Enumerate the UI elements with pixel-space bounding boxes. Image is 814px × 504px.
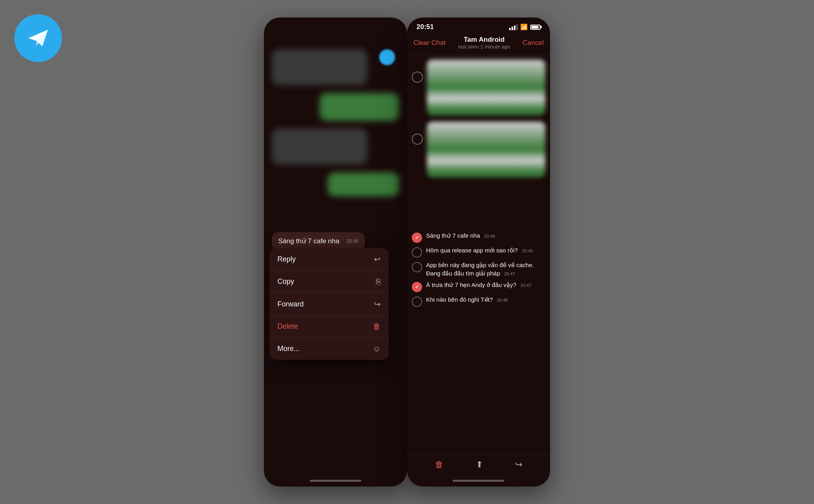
blurred-block-2 <box>427 122 545 177</box>
msg-select-2[interactable] <box>412 247 422 258</box>
cancel-button[interactable]: Cancel <box>523 39 544 47</box>
msg-select-1[interactable] <box>412 233 422 243</box>
msg-content-4: À trưa thứ 7 hẹn Andy ở đâu vậy? 20:47 <box>426 281 545 289</box>
selected-message-time: 20:46 <box>347 238 359 244</box>
home-indicator-left <box>310 480 361 482</box>
context-menu-copy[interactable]: Copy ⎘ <box>269 271 389 293</box>
message-row-5[interactable]: Khi nào bên đó nghi Tết? 20:48 <box>412 295 545 307</box>
contact-status: last seen 1 minute ago <box>458 44 510 50</box>
msg-select-3[interactable] <box>412 262 422 272</box>
context-menu-delete[interactable]: Delete 🗑 <box>269 316 389 338</box>
left-phone: Sáng thứ 7 cafe nha 20:46 Reply ↩ Copy ⎘… <box>264 17 407 487</box>
copy-label: Copy <box>277 277 294 286</box>
msg-text-2: Hôm qua release app mới sao rồi? 20:46 <box>426 247 533 254</box>
context-menu-more[interactable]: More... ☺ <box>269 338 389 360</box>
message-row-4[interactable]: À trưa thứ 7 hẹn Andy ở đâu vậy? 20:47 <box>412 281 545 292</box>
delete-icon: 🗑 <box>373 322 381 331</box>
delete-label: Delete <box>277 322 298 331</box>
msg-select-4[interactable] <box>412 282 422 292</box>
nav-center: Tam Android last seen 1 minute ago <box>458 36 510 50</box>
message-row-3[interactable]: App bên này đang gặp vấn đề về cache. Đa… <box>412 261 545 277</box>
message-row-2[interactable]: Hôm qua release app mới sao rồi? 20:46 <box>412 246 545 258</box>
battery-icon <box>530 25 541 30</box>
msg-content-1: Sáng thứ 7 cafe nha 20:46 <box>426 231 545 240</box>
context-menu-forward[interactable]: Forward ↪ <box>269 293 389 316</box>
more-icon: ☺ <box>373 344 381 353</box>
forward-icon: ↪ <box>374 299 381 309</box>
selected-message-bubble: Sáng thứ 7 cafe nha 20:46 <box>272 232 365 250</box>
right-phone: 20:51 📶 Clear Chat Tam Android last seen… <box>407 17 550 487</box>
reply-icon: ↩ <box>374 254 381 264</box>
msg-text-1: Sáng thứ 7 cafe nha 20:46 <box>426 232 495 239</box>
forward-button[interactable]: ↪ <box>515 459 522 470</box>
text-messages-list: Sáng thứ 7 cafe nha 20:46 Hôm qua releas… <box>407 230 550 312</box>
blurred-row-1 <box>412 60 545 115</box>
msg-text-4: À trưa thứ 7 hẹn Andy ở đâu vậy? 20:47 <box>426 281 531 288</box>
status-bar: 20:51 📶 <box>407 17 550 34</box>
status-time: 20:51 <box>417 23 434 31</box>
navigation-bar: Clear Chat Tam Android last seen 1 minut… <box>407 34 550 55</box>
msg-time-2: 20:46 <box>522 248 533 253</box>
forward-label: Forward <box>277 300 304 308</box>
msg-text-5: Khi nào bên đó nghi Tết? 20:48 <box>426 296 508 303</box>
msg-time-1: 20:46 <box>484 234 495 238</box>
message-row-1[interactable]: Sáng thứ 7 cafe nha 20:46 <box>412 231 545 243</box>
msg-text-3: App bên này đang gặp vấn đề về cache. Đa… <box>426 262 534 277</box>
delete-selected-button[interactable]: 🗑 <box>435 459 444 470</box>
msg-time-4: 20:47 <box>520 283 531 288</box>
home-indicator-right <box>453 480 504 482</box>
msg-time-3: 20:47 <box>504 271 515 276</box>
bottom-toolbar: 🗑 ⬆ ↪ <box>407 454 550 475</box>
share-button[interactable]: ⬆ <box>476 459 483 470</box>
signal-icon <box>509 24 518 30</box>
blurred-block-1 <box>427 60 545 115</box>
copy-icon: ⎘ <box>376 277 381 286</box>
telegram-logo <box>14 14 62 62</box>
blurred-messages-area <box>407 55 550 230</box>
reply-label: Reply <box>277 255 296 264</box>
wifi-icon: 📶 <box>520 23 528 31</box>
msg-content-2: Hôm qua release app mới sao rồi? 20:46 <box>426 246 545 254</box>
msg-select-5[interactable] <box>412 297 422 307</box>
msg-time-5: 20:48 <box>497 298 508 302</box>
msg-content-3: App bên này đang gặp vấn đề về cache. Đa… <box>426 261 545 277</box>
context-menu-reply[interactable]: Reply ↩ <box>269 248 389 271</box>
blurred-row-2 <box>412 122 545 177</box>
clear-chat-button[interactable]: Clear Chat <box>413 39 446 47</box>
contact-name: Tam Android <box>458 36 510 44</box>
left-chat-background <box>264 41 407 240</box>
msg-content-5: Khi nào bên đó nghi Tết? 20:48 <box>426 295 545 304</box>
select-circle-1[interactable] <box>412 72 423 83</box>
context-menu: Reply ↩ Copy ⎘ Forward ↪ Delete 🗑 More..… <box>269 248 389 360</box>
select-circle-2[interactable] <box>412 134 423 145</box>
more-label: More... <box>277 345 300 353</box>
status-icons: 📶 <box>509 23 541 31</box>
selected-message-text: Sáng thứ 7 cafe nha <box>278 237 339 245</box>
